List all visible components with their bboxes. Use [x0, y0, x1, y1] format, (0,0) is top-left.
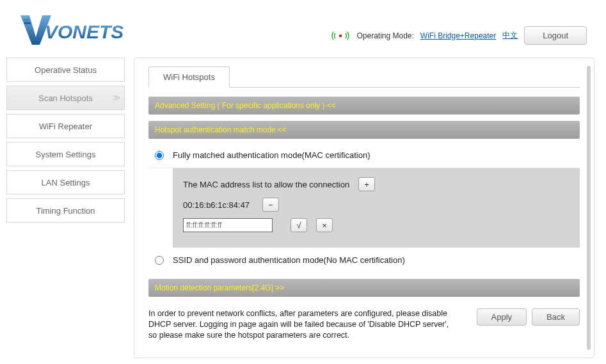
sidebar-item-lan-settings[interactable]: LAN Settings: [6, 170, 125, 194]
add-mac-button[interactable]: +: [358, 177, 375, 191]
radio-label: Fully matched authentication mode(MAC ce…: [173, 150, 371, 160]
section-motion-detection[interactable]: Motion detection parameters[2.4G] >>: [148, 279, 580, 297]
remove-mac-button[interactable]: −: [262, 198, 279, 212]
sidebar-item-timing-function[interactable]: Timing Function: [6, 198, 125, 223]
logout-button[interactable]: Logout: [524, 26, 587, 45]
operating-mode-label: Operating Mode:: [356, 31, 413, 40]
auth-mode-option-ssid[interactable]: SSID and password authentication mode(No…: [148, 248, 580, 273]
sidebar: Operative Status Scan Hotspots >> WiFi R…: [6, 58, 125, 358]
brand-logo: VONETS: [19, 12, 128, 47]
sidebar-item-label: WiFi Repeater: [39, 122, 92, 131]
svg-point-1: [339, 34, 342, 37]
radio-label: SSID and password authentication mode(No…: [173, 255, 405, 265]
section-advanced-setting[interactable]: Advanced Setting ( For specific applicat…: [148, 97, 580, 115]
auth-mode-option-mac[interactable]: Fully matched authentication mode(MAC ce…: [148, 143, 580, 168]
operating-mode-link[interactable]: WiFi Bridge+Repeater: [420, 31, 496, 40]
mac-list-label: The MAC address list to allow the connec…: [183, 180, 349, 189]
sidebar-item-system-settings[interactable]: System Settings: [6, 142, 125, 166]
main-panel: WiFi Hotspots Advanced Setting ( For spe…: [134, 58, 594, 358]
language-link[interactable]: 中文: [502, 30, 518, 41]
radio-ssid-auth[interactable]: [155, 256, 164, 265]
svg-text:VONETS: VONETS: [45, 21, 124, 42]
sidebar-item-label: Operative Status: [35, 65, 97, 75]
tab-wifi-hotspots[interactable]: WiFi Hotspots: [148, 67, 230, 88]
confirm-mac-button[interactable]: √: [291, 218, 307, 232]
sidebar-item-operative-status[interactable]: Operative Status: [6, 58, 125, 82]
mac-address-value: 00:16:b6:1c:84:47: [183, 200, 253, 210]
footer-note: In order to prevent network conflicts, a…: [148, 308, 449, 341]
sidebar-item-label: Timing Function: [36, 206, 95, 216]
sidebar-item-label: System Settings: [36, 150, 96, 159]
mac-input[interactable]: [183, 218, 273, 232]
signal-icon: [331, 31, 350, 41]
chevron-right-icon: >>: [113, 93, 118, 103]
scrollbar[interactable]: [587, 66, 591, 350]
radio-mac-auth[interactable]: [155, 151, 164, 160]
cancel-mac-button[interactable]: ×: [316, 218, 333, 232]
sidebar-item-scan-hotspots[interactable]: Scan Hotspots >>: [6, 86, 125, 110]
apply-button[interactable]: Apply: [477, 308, 527, 326]
tab-strip: WiFi Hotspots: [148, 66, 580, 88]
mac-list-box: The MAC address list to allow the connec…: [173, 168, 580, 248]
section-auth-mode[interactable]: Hotspot authentication match mode <<: [148, 121, 580, 139]
sidebar-item-wifi-repeater[interactable]: WiFi Repeater: [6, 114, 125, 138]
sidebar-item-label: LAN Settings: [42, 178, 90, 187]
sidebar-item-label: Scan Hotspots: [38, 93, 93, 103]
back-button[interactable]: Back: [532, 308, 580, 326]
